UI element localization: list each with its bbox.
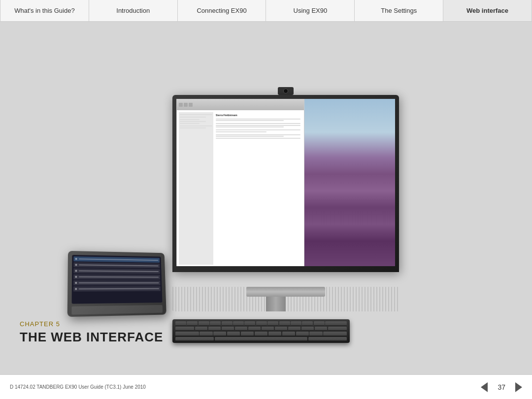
prev-page-arrow[interactable] (481, 382, 488, 392)
nav-item-using-ex90[interactable]: Using EX90 (266, 0, 355, 21)
monitor-camera (278, 87, 294, 95)
top-navigation: What's in this Guide? Introduction Conne… (0, 0, 532, 22)
doc-info: D 14724.02 TANDBERG EX90 User Guide (TC3… (10, 384, 146, 390)
tablet-body (67, 251, 166, 317)
screen-sidebar (179, 112, 213, 265)
nav-item-settings[interactable]: The Settings (355, 0, 443, 21)
screen-main: Sierra Fieldstream (214, 112, 302, 141)
page-number: 37 (498, 383, 505, 391)
screen-right (304, 99, 395, 266)
lavender-field (304, 99, 395, 266)
monitor-stand-base (246, 287, 325, 297)
tablet-bottom-bar (71, 305, 163, 315)
chapter-area: CHAPTER 5 THE WEB INTERFACE (20, 320, 163, 345)
screen-app-bar (177, 99, 304, 110)
monitor-wrapper: Sierra Fieldstream (158, 95, 414, 311)
nav-item-introduction[interactable]: Introduction (89, 0, 178, 21)
tablet-screen (72, 255, 163, 304)
screen-left: Sierra Fieldstream (176, 99, 304, 266)
screen-content: Sierra Fieldstream (177, 110, 304, 266)
tablet-wrapper (67, 251, 166, 317)
next-page-arrow[interactable] (515, 382, 522, 392)
nav-item-web-interface[interactable]: Web interface (443, 0, 532, 21)
keyboard-body (172, 319, 350, 343)
nav-item-connecting-ex90[interactable]: Connecting EX90 (178, 0, 266, 21)
chapter-title: THE WEB INTERFACE (20, 330, 163, 345)
main-content: Sierra Fieldstream (0, 22, 532, 374)
monitor-outer: Sierra Fieldstream (172, 95, 399, 272)
bottom-nav-controls: 37 (481, 382, 522, 392)
bottom-bar: D 14724.02 TANDBERG EX90 User Guide (TC3… (0, 374, 532, 399)
monitor-screen: Sierra Fieldstream (176, 99, 395, 266)
camera-lens (283, 89, 288, 93)
chapter-prefix: CHAPTER 5 (20, 320, 163, 328)
nav-item-whats-in-guide[interactable]: What's in this Guide? (0, 0, 89, 21)
keyboard-wrapper (172, 319, 350, 349)
